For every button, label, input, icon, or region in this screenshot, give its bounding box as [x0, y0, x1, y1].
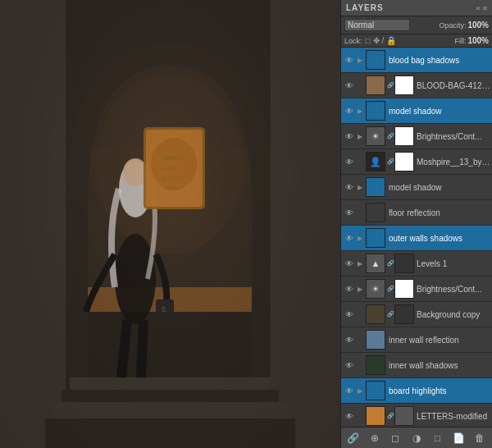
layer-visibility-toggle[interactable]: 👁: [343, 252, 356, 275]
layer-mask-chain-icon: 🔗: [387, 406, 394, 426]
layer-item[interactable]: 👁▶▲🔗Levels 1: [341, 251, 492, 277]
lock-all-icon[interactable]: 🔒: [386, 36, 396, 45]
layer-item[interactable]: 👁▶outer walls shadows: [341, 226, 492, 251]
layer-item[interactable]: 👁inner wall reflection: [341, 327, 492, 353]
layer-name-label: Brightness/Cont...: [415, 132, 490, 141]
panel-title: LAYERS: [346, 3, 384, 12]
layer-visibility-toggle[interactable]: 👁: [343, 74, 356, 97]
layer-visibility-toggle[interactable]: 👁: [343, 303, 356, 326]
layer-name-label: BLOOD-BAG-4120638...: [415, 81, 490, 90]
adjustment-layer-icon[interactable]: ◑: [408, 432, 425, 444]
layer-item[interactable]: 👁inner wall shadows: [341, 353, 492, 378]
layer-expand-button[interactable]: [356, 150, 364, 173]
layer-visibility-toggle[interactable]: 👁: [343, 354, 356, 377]
layer-style-icon[interactable]: ⊕: [367, 432, 383, 444]
layer-item[interactable]: 👁▶☀🔗Brightness/Cont...: [341, 124, 492, 149]
layer-expand-button[interactable]: ▶: [356, 226, 364, 249]
link-layers-icon[interactable]: 🔗: [345, 432, 362, 444]
lock-paint-icon[interactable]: /: [382, 36, 385, 45]
lock-move-icon[interactable]: ✥: [373, 36, 380, 45]
layer-visibility-toggle[interactable]: 👁: [343, 125, 356, 148]
layer-expand-button[interactable]: ▶: [356, 125, 364, 148]
layer-expand-button[interactable]: ▶: [356, 99, 364, 122]
layer-item[interactable]: 👁floor reflection: [341, 200, 492, 226]
layer-expand-button[interactable]: [356, 328, 364, 351]
layer-name-label: inner wall shadows: [387, 361, 490, 370]
svg-rect-9: [53, 402, 287, 418]
layers-list[interactable]: 👁▶blood bag shadows👁🔗BLOOD-BAG-4120638..…: [341, 48, 492, 427]
layer-visibility-toggle[interactable]: 👁: [343, 405, 356, 427]
layer-item[interactable]: 👁▶board highlights: [341, 378, 492, 404]
layer-thumbnail: [366, 330, 385, 350]
layer-item[interactable]: 👁👤🔗Moshpire__13_by_miranum_s...: [341, 149, 492, 175]
layer-thumbnail: [366, 355, 385, 375]
layer-mask-chain-icon: 🔗: [387, 254, 394, 273]
add-mask-icon[interactable]: ◻: [387, 432, 403, 444]
panel-collapse-button[interactable]: «: [476, 4, 481, 12]
layer-item[interactable]: 👁🔗BLOOD-BAG-4120638...: [341, 73, 492, 98]
opacity-value[interactable]: 100%: [467, 21, 489, 30]
layer-mask-thumbnail: [394, 254, 414, 273]
layer-name-label: Moshpire__13_by_miranum_s...: [415, 158, 490, 167]
layer-thumbnail: [366, 381, 385, 400]
layer-name-label: floor reflection: [387, 208, 490, 217]
layer-expand-button[interactable]: ▶: [356, 277, 364, 300]
blend-mode-select[interactable]: Normal Multiply Screen: [344, 19, 410, 31]
layer-item[interactable]: 👁▶blood bag shadows: [341, 48, 492, 73]
layer-visibility-toggle[interactable]: 👁: [343, 99, 356, 122]
layer-item[interactable]: 👁🔗Background copy: [341, 302, 492, 327]
svg-rect-8: [61, 390, 279, 402]
fill-value[interactable]: 100%: [467, 36, 489, 45]
layer-expand-button[interactable]: [356, 303, 364, 326]
layer-item[interactable]: 👁▶☀🔗Brightness/Cont...: [341, 277, 492, 302]
layer-expand-button[interactable]: [356, 354, 364, 377]
layer-thumbnail: ☀: [366, 279, 385, 299]
layer-mask-thumbnail: [394, 279, 414, 299]
layer-expand-button[interactable]: ▶: [356, 379, 364, 402]
layer-expand-button[interactable]: ▶: [356, 176, 364, 199]
layer-visibility-toggle[interactable]: 👁: [343, 379, 356, 402]
layer-visibility-toggle[interactable]: 👁: [343, 176, 356, 199]
new-layer-icon[interactable]: 📄: [450, 432, 467, 444]
lock-icons: □ ✥ / 🔒: [366, 36, 397, 45]
layer-thumbnail: [366, 75, 385, 95]
layer-name-label: Brightness/Cont...: [415, 285, 490, 294]
fill-label: Fill:: [454, 37, 466, 45]
layer-thumbnail: [366, 50, 385, 70]
layer-name-label: model shadow: [387, 183, 490, 192]
layer-thumbnail: ☀: [366, 126, 385, 146]
layers-panel: LAYERS « ≡ Normal Multiply Screen Opacit…: [340, 0, 492, 448]
layer-visibility-toggle[interactable]: 👁: [343, 277, 356, 300]
layer-thumbnail: 👤: [366, 152, 385, 171]
layer-mask-chain-icon: 🔗: [387, 152, 394, 171]
delete-layer-icon[interactable]: 🗑: [472, 432, 488, 444]
layer-expand-button[interactable]: [356, 74, 364, 97]
layer-mask-chain-icon: 🔗: [387, 126, 394, 146]
svg-text:MOSH: MOSH: [164, 154, 184, 162]
layer-expand-button[interactable]: [356, 201, 364, 224]
layer-expand-button[interactable]: ▶: [356, 48, 364, 71]
layer-item[interactable]: 👁▶model shadow: [341, 175, 492, 200]
blend-mode-row: Normal Multiply Screen Opacity: 100%: [341, 16, 492, 34]
panel-menu-button[interactable]: ≡: [483, 4, 487, 12]
svg-text:PIRE: PIRE: [162, 165, 177, 172]
layer-name-label: LETTERS-modified: [415, 412, 490, 421]
layer-visibility-toggle[interactable]: 👁: [343, 201, 356, 224]
layer-thumbnail: [366, 406, 385, 426]
svg-text:$: $: [162, 305, 166, 313]
layer-thumbnail: [366, 101, 385, 121]
layer-expand-button[interactable]: ▶: [356, 252, 364, 275]
layer-item[interactable]: 👁▶model shadow: [341, 98, 492, 124]
fill-group: Fill: 100%: [454, 36, 489, 45]
lock-row: Lock: □ ✥ / 🔒 Fill: 100%: [341, 34, 492, 48]
lock-transparent-icon[interactable]: □: [366, 36, 371, 45]
layer-visibility-toggle[interactable]: 👁: [343, 328, 356, 351]
layer-item[interactable]: 👁🔗LETTERS-modified: [341, 404, 492, 427]
new-group-icon[interactable]: □: [430, 432, 446, 444]
svg-rect-6: [271, 0, 340, 448]
layer-visibility-toggle[interactable]: 👁: [343, 226, 356, 249]
layer-visibility-toggle[interactable]: 👁: [343, 150, 356, 173]
layer-visibility-toggle[interactable]: 👁: [343, 48, 356, 71]
panel-controls: « ≡: [476, 4, 487, 12]
layer-expand-button[interactable]: [356, 405, 364, 427]
